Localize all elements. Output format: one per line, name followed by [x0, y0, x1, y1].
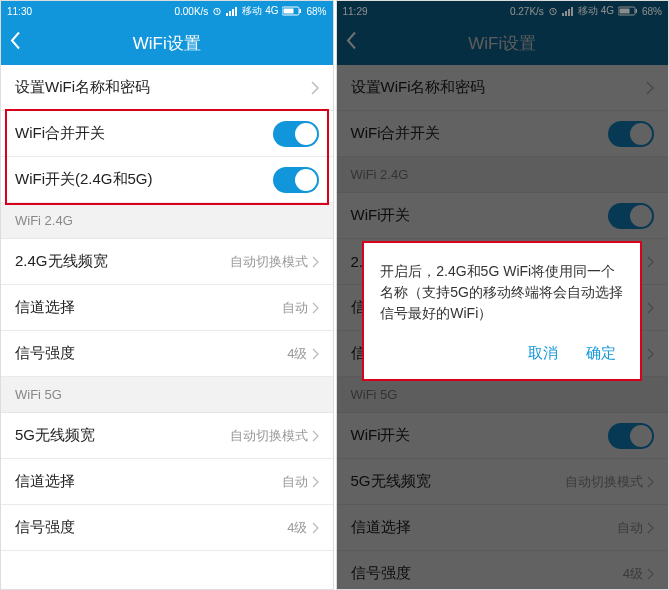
row-value: 自动: [282, 299, 308, 317]
chevron-right-icon: [312, 302, 319, 314]
chevron-right-icon: [312, 348, 319, 360]
right-screenshot: 11:29 0.27K/s 移动 4G 68% WiFi设置 设置WiFi名称和…: [336, 0, 670, 590]
row-label: 信号强度: [15, 518, 75, 537]
status-network: 移动 4G: [242, 4, 278, 18]
statusbar: 11:30 0.00K/s 移动 4G 68%: [1, 1, 333, 21]
row-5g-signal[interactable]: 信号强度 4级: [1, 505, 333, 551]
header: WiFi设置: [1, 21, 333, 65]
row-5g-channel[interactable]: 信道选择 自动: [1, 459, 333, 505]
svg-rect-3: [232, 9, 234, 16]
row-channel[interactable]: 信道选择 自动: [1, 285, 333, 331]
row-merge-switch[interactable]: WiFi合并开关: [1, 111, 333, 157]
row-value: 自动切换模式: [230, 427, 308, 445]
row-label: WiFi开关(2.4G和5G): [15, 170, 153, 189]
status-speed: 0.00K/s: [174, 6, 208, 17]
svg-rect-1: [226, 13, 228, 16]
row-set-name-password[interactable]: 设置WiFi名称和密码: [1, 65, 333, 111]
confirm-dialog: 开启后，2.4G和5G WiFi将使用同一个名称（支持5G的移动终端将会自动选择…: [362, 241, 642, 381]
row-label: 5G无线频宽: [15, 426, 95, 445]
row-label: 2.4G无线频宽: [15, 252, 108, 271]
signal-icon: [226, 6, 238, 16]
section-wifi-24g: WiFi 2.4G: [1, 203, 333, 239]
chevron-right-icon: [312, 430, 319, 442]
status-battery: 68%: [306, 6, 326, 17]
battery-icon: [282, 6, 302, 16]
row-24g-bandwidth[interactable]: 2.4G无线频宽 自动切换模式: [1, 239, 333, 285]
row-label: 信道选择: [15, 472, 75, 491]
svg-rect-7: [284, 9, 294, 14]
row-label: 信号强度: [15, 344, 75, 363]
row-value: 自动: [282, 473, 308, 491]
toggle-on[interactable]: [273, 121, 319, 147]
row-value: 4级: [287, 345, 307, 363]
svg-rect-6: [300, 9, 302, 13]
row-5g-bandwidth[interactable]: 5G无线频宽 自动切换模式: [1, 413, 333, 459]
status-time: 11:30: [7, 6, 32, 17]
cancel-button[interactable]: 取消: [528, 344, 558, 363]
back-icon[interactable]: [9, 31, 21, 56]
row-signal[interactable]: 信号强度 4级: [1, 331, 333, 377]
row-label: 信道选择: [15, 298, 75, 317]
row-value: 4级: [287, 519, 307, 537]
chevron-right-icon: [312, 476, 319, 488]
chevron-right-icon: [312, 256, 319, 268]
section-wifi-5g: WiFi 5G: [1, 377, 333, 413]
alarm-icon: [212, 6, 222, 16]
row-label: 设置WiFi名称和密码: [15, 78, 150, 97]
dialog-message: 开启后，2.4G和5G WiFi将使用同一个名称（支持5G的移动终端将会自动选择…: [380, 261, 624, 324]
ok-button[interactable]: 确定: [586, 344, 616, 363]
row-label: WiFi合并开关: [15, 124, 105, 143]
chevron-right-icon: [312, 522, 319, 534]
svg-rect-2: [229, 11, 231, 16]
header-title: WiFi设置: [133, 32, 201, 55]
settings-list: 设置WiFi名称和密码 WiFi合并开关 WiFi开关(2.4G和5G) WiF…: [1, 65, 333, 551]
svg-rect-4: [235, 7, 237, 16]
row-value: 自动切换模式: [230, 253, 308, 271]
left-screenshot: 11:30 0.00K/s 移动 4G 68% WiFi设置 设置WiFi名称和…: [0, 0, 334, 590]
chevron-right-icon: [311, 81, 319, 95]
row-wifi-switch-both[interactable]: WiFi开关(2.4G和5G): [1, 157, 333, 203]
toggle-on[interactable]: [273, 167, 319, 193]
